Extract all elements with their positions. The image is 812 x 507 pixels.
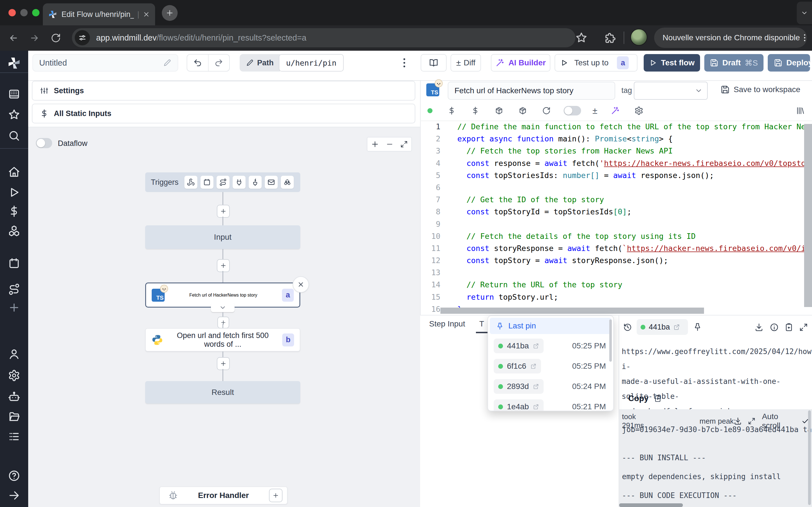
back-icon[interactable] [8,33,18,43]
deploy-button[interactable]: Deploy [768,54,810,71]
ai-assistant-button[interactable] [603,106,627,115]
diff-mode-button[interactable]: ± [587,106,603,116]
fullscreen-window-button[interactable] [32,9,40,16]
error-handler-node[interactable]: Error Handler [159,487,288,504]
editor-horizontal-scrollbar[interactable] [441,307,704,314]
users-icon[interactable] [8,348,20,360]
websocket-trigger-button[interactable] [233,176,246,189]
tag-select[interactable] [634,82,708,100]
ai-builder-button[interactable]: AI Builder [491,54,550,71]
zoom-out-icon[interactable] [386,140,394,148]
pin-item[interactable]: 6f1c605:25 PM [488,356,613,376]
create-icon[interactable] [8,301,20,314]
docs-button[interactable] [421,54,447,71]
browser-menu-icon[interactable] [800,33,809,43]
step-b-node[interactable]: Open url and fetch first 500 words of ..… [145,328,300,351]
remove-step-button[interactable] [293,276,309,293]
close-tab-icon[interactable] [143,11,150,18]
more-options-icon[interactable] [398,55,410,70]
site-settings-button[interactable] [75,30,90,45]
log-vertical-scrollbar[interactable] [808,410,811,505]
edit-path-button[interactable]: Path [240,54,280,71]
add-step-button[interactable] [217,317,229,328]
reload-script-button[interactable] [535,107,558,115]
route-trigger-button[interactable] [216,176,230,189]
last-pin-option[interactable]: Last pin [490,318,612,334]
undo-button[interactable] [187,55,208,71]
variables-button[interactable] [440,107,463,115]
package-button[interactable] [487,107,511,115]
test-flow-button[interactable]: Test flow [644,54,700,71]
code-editor[interactable]: 1// Define the main function to fetch th… [420,121,812,315]
log-panel[interactable]: took 291ms mem peak: 2 Auto scroll job=0… [619,409,812,507]
reload-icon[interactable] [51,33,61,43]
test-up-to-step-badge[interactable]: a [617,56,629,69]
info-icon[interactable] [770,323,779,332]
pin-item[interactable]: 441ba05:25 PM [488,336,613,356]
bookmark-icon[interactable] [575,32,588,44]
webhook-trigger-button[interactable] [185,176,197,189]
external-link-icon[interactable] [533,404,539,410]
resources-icon[interactable] [8,225,20,237]
forward-icon[interactable] [29,33,40,43]
workers-icon[interactable] [8,391,20,403]
minimize-window-button[interactable] [20,9,28,16]
fit-view-icon[interactable] [400,140,408,148]
tab-step-input[interactable]: Step Input [429,320,465,328]
expand-result-icon[interactable] [799,323,808,332]
test-up-to-button[interactable]: Test up to a [555,54,638,71]
schedules-icon[interactable] [8,257,20,270]
expand-sidebar-icon[interactable] [8,489,20,502]
logs-icon[interactable] [8,431,20,443]
flow-name-input[interactable]: Untitled [33,54,178,71]
expand-logs-icon[interactable] [748,417,756,425]
extensions-icon[interactable] [603,32,616,44]
copy-button[interactable]: Copy [628,394,662,403]
poll-trigger-button[interactable] [281,176,294,189]
favorites-icon[interactable] [8,108,20,121]
apps-icon[interactable] [8,88,20,100]
search-icon[interactable] [8,129,20,142]
zoom-in-icon[interactable] [371,140,379,149]
editor-toggle[interactable] [558,106,587,115]
windmill-logo[interactable] [7,56,21,70]
step-title-input[interactable]: Fetch url of HackerNews top story [448,82,615,100]
email-trigger-button[interactable] [265,176,278,189]
add-error-handler-button[interactable] [269,489,283,502]
pin-item[interactable]: 1e4ab05:21 PM [488,397,613,411]
add-step-button[interactable] [217,205,230,218]
tab-pin[interactable]: T [479,320,484,328]
add-step-button[interactable] [217,357,230,370]
url-bar[interactable]: app.windmill.dev/flows/edit/u/henri/pin_… [72,28,575,47]
log-horizontal-scrollbar[interactable] [619,503,683,507]
package-button-2[interactable] [511,107,535,115]
expand-step-button[interactable] [211,303,235,312]
job-badge[interactable]: 441ba [637,319,688,335]
window-chevron-button[interactable] [797,2,812,24]
folders-icon[interactable] [8,410,20,423]
library-button[interactable] [788,106,812,115]
help-icon[interactable] [8,469,20,482]
settings-icon[interactable] [8,369,20,382]
download-result-icon[interactable] [755,323,763,332]
new-tab-button[interactable] [162,5,177,21]
home-icon[interactable] [8,166,20,178]
chrome-update-button[interactable]: Nouvelle version de Chrome disponible [654,27,807,48]
resources-button[interactable] [463,107,487,115]
draft-button[interactable]: Draft ⌘S [704,54,763,71]
kafka-trigger-button[interactable] [249,176,262,189]
browser-tab[interactable]: Edit Flow u/henri/pin_results | [43,3,155,25]
external-link-icon[interactable] [533,383,539,390]
close-window-button[interactable] [8,9,16,16]
input-node[interactable]: Input [145,225,300,249]
pin-result-icon[interactable] [693,322,702,331]
save-to-workspace-button[interactable]: Save to workspace [721,85,801,94]
path-value[interactable]: u/henri/pin [279,54,344,71]
triggers-node[interactable]: Triggers [145,172,300,192]
settings-row[interactable]: Settings [32,81,415,101]
result-node[interactable]: Result [145,381,300,404]
external-link-icon[interactable] [533,343,539,349]
editor-vertical-scrollbar[interactable] [804,124,812,307]
static-inputs-row[interactable]: All Static Inputs [32,104,415,123]
redo-button[interactable] [209,55,230,71]
